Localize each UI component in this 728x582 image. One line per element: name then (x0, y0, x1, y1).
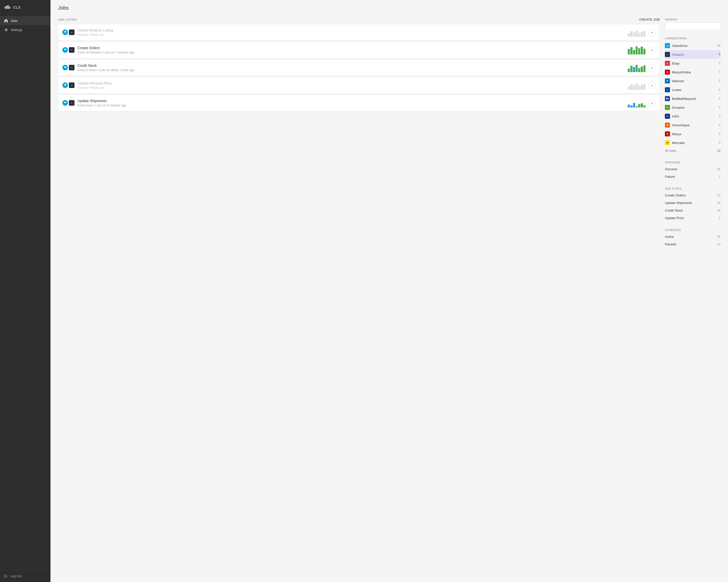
connection-item-hsn[interactable]: H HSN 3 (665, 112, 721, 121)
connection-name-groupon: Groupon (672, 106, 717, 109)
job-schedule: Every Hour • Last run 8 minutes ago (78, 104, 625, 107)
connection-item-ebay[interactable]: e Ebay 5 (665, 59, 721, 68)
chart-bar (633, 67, 635, 72)
connection-icon-macys: ★ (665, 131, 670, 136)
search-label: SEARCH (665, 16, 721, 23)
connection-item-lowes[interactable]: L Lowes 4 (665, 85, 721, 94)
schedule-name-active: Active (665, 235, 715, 239)
connection-item-amazon[interactable]: a Amazon 5 (665, 50, 721, 59)
chart-bar (630, 84, 632, 90)
connection-count-homedepot: 3 (719, 123, 721, 127)
connection-item-macys[interactable]: ★ Macys 3 (665, 130, 721, 138)
connection-item-salesforce[interactable]: ☁ Salesforce 69 (665, 41, 721, 50)
page-header: Jobs (51, 0, 728, 13)
job-name: Create Amazon Listing (78, 28, 625, 32)
sidebar-jobs-label: Jobs (10, 19, 18, 23)
status-item-success[interactable]: Success 56 (665, 165, 721, 173)
search-input[interactable] (665, 23, 721, 30)
connection-item-mercado[interactable]: M Mercado 3 (665, 138, 721, 147)
connection-count-ebay: 5 (719, 61, 721, 65)
connection-name-salesforce: Salesforce (672, 44, 715, 48)
connection-item-homedepot[interactable]: 🏠 HomeDepot 3 (665, 121, 721, 130)
connection-icon-walmart: ✳ (665, 78, 670, 83)
chart-bar (641, 85, 643, 90)
sidebar: CLS Jobs Settings Log Out (0, 0, 51, 582)
job-card-update-shipments[interactable]: a Update Shipments Every Hour • Last run… (58, 94, 660, 111)
connection-icon-macysonline: ★ (665, 70, 670, 75)
job-card-create-amazon-listing[interactable]: a Create Amazon Listing Paused • Never r… (58, 24, 660, 40)
chart-bar (644, 65, 646, 72)
more-connections[interactable]: 10 more... 10 (665, 147, 721, 154)
chart-bar (638, 104, 640, 107)
schedule-item-active[interactable]: Active 56 (665, 233, 721, 241)
chart-bar (628, 49, 630, 54)
connection-count-mercado: 3 (719, 141, 721, 144)
chart-bar (633, 103, 635, 107)
gear-icon (4, 28, 8, 32)
connection-item-bedbathbeyond[interactable]: BE BedBathBeyond 3 (665, 94, 721, 103)
connection-name-mercado: Mercado (672, 141, 717, 145)
job-run-button[interactable]: ► (649, 64, 655, 71)
home-icon (4, 19, 8, 23)
connection-name-macysonline: MacysOnline (672, 71, 717, 74)
sidebar-item-jobs[interactable]: Jobs (0, 16, 51, 25)
connections-section: CONNECTIONS ☁ Salesforce 69 a Amazon 5 e… (665, 35, 721, 154)
connection-icon-homedepot: 🏠 (665, 122, 670, 128)
chart-bar (641, 66, 643, 72)
job-run-button[interactable]: ► (649, 47, 655, 53)
more-connections-count: 10 (717, 149, 721, 153)
jobtype-item-update-price[interactable]: Update Price 2 (665, 214, 721, 222)
job-card-create-orders[interactable]: a Create Orders Every 30 Minutes • Last … (58, 41, 660, 58)
job-schedule: Every 3 Hours • Last run about 1 hour ag… (78, 68, 625, 72)
chart-bar (633, 85, 635, 90)
status-count-success: 56 (717, 167, 721, 171)
job-listing: JOB LISTING CREATE JOB a Create Amazon L… (58, 16, 660, 577)
logout-button[interactable]: Log Out (0, 570, 51, 582)
job-info: Create Orders Every 30 Minutes • Last ru… (78, 46, 625, 54)
cloud-icon (4, 4, 10, 9)
connection-count-walmart: 5 (719, 79, 721, 83)
schedule-list: Active 56 Paused 13 (665, 233, 721, 248)
job-card-update-amazon-price[interactable]: a Update Amazon Price Paused • Never run… (58, 77, 660, 93)
jobtype-item-create-orders[interactable]: Create Orders 20 (665, 192, 721, 199)
schedule-item-paused[interactable]: Paused 13 (665, 241, 721, 248)
connection-item-macysonline[interactable]: ★ MacysOnline 5 (665, 68, 721, 77)
job-chart (628, 81, 646, 90)
job-info: Credit Stock Every 3 Hours • Last run ab… (78, 63, 625, 72)
job-logos: a (62, 29, 75, 35)
job-run-button[interactable]: ► (649, 99, 655, 106)
chart-bar (628, 86, 630, 90)
status-count-failure: 2 (719, 175, 721, 178)
job-run-button[interactable]: ► (649, 82, 655, 89)
schedule-label: SCHEDULE (665, 226, 721, 233)
connection-count-macys: 3 (719, 132, 721, 136)
jobtype-name-update-price: Update Price (665, 216, 717, 220)
job-name: Update Amazon Price (78, 81, 625, 85)
job-run-button[interactable]: ► (649, 29, 655, 36)
create-job-button[interactable]: CREATE JOB (640, 18, 660, 22)
status-item-failure[interactable]: Failure 2 (665, 173, 721, 181)
connection-icon-lowes: L (665, 87, 670, 92)
connection-name-hsn: HSN (672, 114, 717, 118)
job-schedule: Paused • Never run (78, 86, 625, 89)
connection-name-amazon: Amazon (672, 53, 717, 56)
jobtype-item-update-shipments[interactable]: Update Shipments 20 (665, 199, 721, 207)
jobtype-item-credit-stock[interactable]: Credit Stock 19 (665, 207, 721, 214)
sidebar-settings-label: Settings (10, 28, 23, 32)
status-name-success: Success (665, 167, 715, 171)
chart-bar (635, 65, 638, 72)
connection-item-walmart[interactable]: ✳ Walmart 5 (665, 77, 721, 85)
schedule-count-paused: 13 (717, 243, 721, 246)
job-card-credit-stock[interactable]: a Credit Stock Every 3 Hours • Last run … (58, 59, 660, 76)
connection-name-walmart: Walmart (672, 79, 717, 83)
job-chart (628, 28, 646, 37)
connection-name-homedepot: HomeDepot (672, 123, 717, 127)
logout-label: Log Out (10, 574, 22, 578)
job-types-section: JOB TYPES Create Orders 20 Update Shipme… (665, 185, 721, 222)
sidebar-item-settings[interactable]: Settings (0, 25, 51, 34)
jobtype-count-update-price: 2 (719, 216, 721, 220)
connection-item-groupon[interactable]: G Groupon 3 (665, 103, 721, 112)
schedule-name-paused: Paused (665, 242, 715, 246)
chart-bar (630, 47, 632, 54)
jobtype-count-credit-stock: 19 (717, 209, 721, 212)
